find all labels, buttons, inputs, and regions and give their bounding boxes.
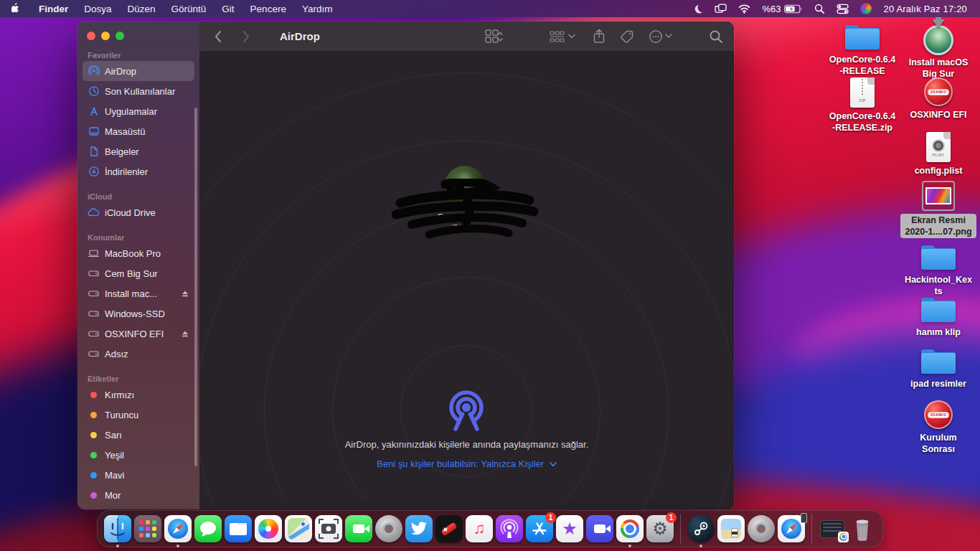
dock-film-reel[interactable]: [375, 515, 402, 542]
sidebar-item-masaustu[interactable]: Masaüstü: [83, 121, 194, 141]
notification-badge: 1: [666, 512, 677, 523]
sidebar-item-install-mac[interactable]: Install mac...: [83, 283, 194, 303]
sidebar-tag-mavi[interactable]: Mavi: [83, 465, 194, 485]
more-actions-button[interactable]: [649, 22, 674, 51]
dock-minimized-chrome-window[interactable]: [819, 515, 846, 542]
running-indicator: [116, 545, 119, 547]
finder-toolbar: AirDrop: [199, 22, 734, 51]
dock-podcasts[interactable]: [496, 515, 523, 542]
sidebar-item-belgeler[interactable]: Belgeler: [83, 141, 194, 161]
dock-hackintool[interactable]: [435, 515, 463, 542]
desktop-icon-kurulum-sonrasi[interactable]: OSXINFO KurulumSonrası: [899, 400, 978, 455]
sidebar-scrollbar[interactable]: [194, 108, 197, 466]
menu-dosya[interactable]: Dosya: [76, 0, 119, 17]
dock-messages[interactable]: [194, 515, 222, 542]
dock-zoom[interactable]: [586, 515, 613, 542]
dock-facetime[interactable]: [345, 515, 372, 542]
sidebar-tag-turuncu[interactable]: Turuncu: [83, 405, 194, 425]
minimize-button[interactable]: [101, 32, 110, 40]
menu-yardim[interactable]: Yardım: [294, 0, 341, 17]
airdrop-device-iphone[interactable]: Cxxxxxxer iPhone: [422, 166, 508, 233]
desktop-icon-ipad-resimler[interactable]: ipad resimler: [899, 347, 978, 390]
sidebar-item-uygulamalar[interactable]: Uygulamalar: [83, 101, 194, 121]
control-center-icon[interactable]: [834, 0, 852, 17]
dock-finder[interactable]: [104, 515, 131, 542]
wifi-icon[interactable]: [735, 0, 753, 17]
desktop-icon-opencore-zip[interactable]: ZIP OpenCore-0.6.4-RELEASE.zip: [823, 77, 902, 133]
sidebar-tag-mor[interactable]: Mor: [83, 485, 194, 505]
screenshot-icon: [315, 515, 342, 542]
dock-photos[interactable]: [255, 515, 282, 542]
share-button[interactable]: [593, 22, 606, 51]
forward-button[interactable]: [242, 22, 250, 51]
desktop-icon-config-plist[interactable]: PLIST config.plist: [899, 132, 978, 176]
spotlight-search-icon[interactable]: [811, 0, 828, 17]
sidebar-item-windows-ssd[interactable]: Windows-SSD: [83, 303, 194, 324]
sidebar-item-label: Belgeler: [105, 146, 139, 157]
dock-chrome[interactable]: [616, 515, 644, 542]
chrome-badge-icon: [838, 532, 849, 542]
battery-percent-label: %63: [762, 4, 781, 14]
dock-preview[interactable]: [717, 515, 745, 542]
desktop-icon-osxinfo-efi[interactable]: OSXINFO OSXINFO EFI: [899, 77, 978, 121]
dock-trash[interactable]: [849, 515, 876, 542]
sidebar-tag-kirmizi[interactable]: Kırmızı: [83, 385, 194, 405]
laptop-icon: [88, 248, 100, 260]
sidebar-item-label: Install mac...: [105, 288, 157, 299]
desktop-icon-opencore-release[interactable]: OpenCore-0.6.4-RELEASE: [823, 22, 902, 77]
eject-icon[interactable]: [181, 289, 189, 298]
eject-icon[interactable]: [181, 329, 189, 338]
dock-app-store[interactable]: 1: [526, 515, 553, 542]
sidebar-item-indirilenler[interactable]: İndirilenler: [83, 161, 194, 182]
airdrop-visibility-control[interactable]: Beni şu kişiler bulabilsin: Yalnızca Kiş…: [199, 458, 734, 469]
dock-steam[interactable]: [687, 515, 715, 542]
menu-goruntu[interactable]: Görüntü: [164, 0, 215, 17]
battery-status[interactable]: %63: [759, 0, 806, 17]
dock-film-reel-2[interactable]: [748, 515, 775, 542]
group-by-button[interactable]: [550, 22, 577, 51]
desktop-icon-hackintool-kexts[interactable]: Hackintool_Kexts: [899, 242, 978, 297]
sidebar-item-airdrop[interactable]: AirDrop: [83, 61, 194, 81]
sidebar-item-icloud-drive[interactable]: iCloud Drive: [83, 202, 194, 222]
dock-twitter[interactable]: [405, 515, 433, 542]
menu-pencere[interactable]: Pencere: [242, 0, 294, 17]
menu-app-name[interactable]: Finder: [31, 0, 76, 17]
dock-safari[interactable]: [164, 515, 192, 542]
dock-screenshot[interactable]: [315, 515, 342, 542]
zoom-button[interactable]: [116, 32, 124, 40]
imovie-star-icon: ★: [556, 515, 583, 542]
sidebar-item-osxinfo-efi[interactable]: OSXINFO EFI: [83, 324, 194, 344]
back-button[interactable]: [214, 22, 222, 51]
dock-imovie[interactable]: ★: [556, 515, 583, 542]
screen-mirroring-icon[interactable]: [712, 0, 730, 17]
dock-mail[interactable]: [225, 515, 252, 542]
dock-launchpad[interactable]: [134, 515, 161, 542]
desktop-icon-install-macos-big-sur[interactable]: Install macOSBig Sur: [899, 21, 978, 80]
menu-git[interactable]: Git: [214, 0, 242, 17]
colorful-app-menu-icon[interactable]: [857, 0, 875, 17]
desktop-icon-hanim-klip[interactable]: hanım klip: [899, 295, 978, 338]
sidebar-item-son-kullanilanlar[interactable]: Son Kullanılanlar: [83, 81, 194, 101]
close-button[interactable]: [87, 32, 95, 40]
do-not-disturb-moon-icon[interactable]: [689, 0, 706, 17]
sidebar-item-cem-big-sur[interactable]: Cem Big Sur: [83, 263, 194, 283]
battery-charging-icon: [784, 4, 803, 14]
icon-view-button[interactable]: [485, 22, 507, 51]
dock-safari-handoff[interactable]: [778, 515, 805, 542]
search-button[interactable]: [709, 22, 723, 51]
menu-clock[interactable]: 20 Aralık Paz 17:20: [880, 0, 970, 17]
sidebar-item-adsiz[interactable]: Adsız: [83, 344, 194, 364]
sidebar-item-macbook-pro[interactable]: MacBook Pro: [83, 243, 194, 263]
apple-menu[interactable]: [0, 0, 31, 17]
dock-maps[interactable]: [285, 515, 312, 542]
hard-disk-icon: [88, 308, 100, 320]
sidebar-tag-yesil[interactable]: Yeşil: [83, 445, 194, 465]
running-indicator: [628, 545, 631, 547]
sidebar-tag-sari[interactable]: Sarı: [83, 425, 194, 445]
tags-button[interactable]: [620, 22, 634, 51]
sidebar-item-label: Son Kullanılanlar: [105, 86, 175, 97]
desktop-icon-ekran-resmi[interactable]: Ekran Resmi2020-1....07.png: [899, 181, 978, 238]
menu-duzen[interactable]: Düzen: [120, 0, 164, 17]
dock-music[interactable]: ♫: [466, 515, 493, 542]
dock-system-preferences[interactable]: 1 ⚙: [646, 515, 674, 542]
